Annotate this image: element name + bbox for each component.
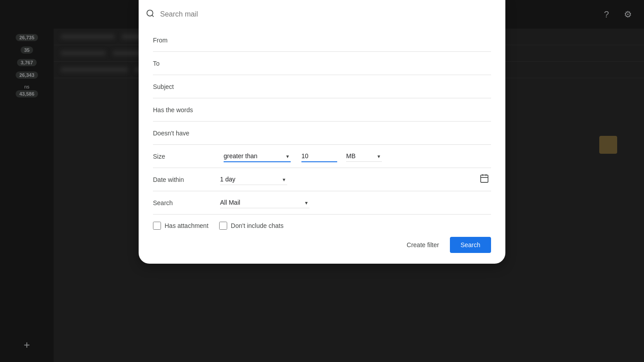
search-in-label: Search (153, 199, 220, 206)
doesnt-have-row: Doesn't have (153, 122, 491, 145)
date-within-row: Date within 1 day 3 days 1 week 2 weeks … (153, 168, 491, 191)
doesnt-have-label: Doesn't have (153, 130, 220, 137)
search-button[interactable]: Search (450, 237, 491, 253)
date-within-wrapper: 1 day 3 days 1 week 2 weeks 1 month 2 mo… (220, 174, 287, 185)
size-value-input[interactable] (301, 151, 337, 162)
subject-row: Subject (153, 75, 491, 98)
subject-label: Subject (153, 83, 220, 90)
dont-include-chats-checkbox[interactable] (219, 222, 227, 230)
svg-rect-2 (481, 175, 488, 183)
dont-include-chats-label[interactable]: Don't include chats (219, 222, 284, 230)
size-operator-wrapper: greater than less than (224, 151, 291, 162)
from-input[interactable] (220, 33, 491, 47)
search-dialog: From To Subject Has the words Doesn't ha… (139, 0, 505, 264)
has-attachment-checkbox[interactable] (153, 222, 161, 230)
size-unit-select[interactable]: MB KB Bytes (346, 151, 382, 162)
create-filter-button[interactable]: Create filter (399, 237, 446, 253)
has-attachment-text: Has attachment (165, 222, 208, 229)
from-label: From (153, 37, 220, 44)
to-input[interactable] (220, 56, 491, 71)
has-words-label: Has the words (153, 106, 220, 114)
search-bar-icon (146, 9, 155, 20)
to-row: To (153, 52, 491, 75)
to-label: To (153, 60, 220, 67)
has-words-input[interactable] (220, 103, 491, 117)
date-within-select[interactable]: 1 day 3 days 1 week 2 weeks 1 month 2 mo… (220, 174, 287, 185)
size-unit-wrapper: MB KB Bytes (346, 151, 382, 162)
date-within-label: Date within (153, 176, 220, 183)
size-row: Size greater than less than MB KB Bytes (153, 145, 491, 168)
has-words-row: Has the words (153, 98, 491, 122)
search-mail-input[interactable] (160, 10, 498, 18)
checkboxes-row: Has attachment Don't include chats (153, 215, 491, 230)
from-row: From (153, 29, 491, 52)
dont-include-chats-text: Don't include chats (231, 222, 284, 229)
svg-line-1 (152, 15, 154, 17)
size-operator-select[interactable]: greater than less than (224, 151, 291, 162)
calendar-icon-button[interactable] (478, 172, 491, 187)
search-bar (139, 0, 505, 29)
search-in-row: Search All Mail Inbox Sent Mail Drafts T… (153, 191, 491, 215)
svg-point-0 (147, 10, 153, 16)
search-in-wrapper: All Mail Inbox Sent Mail Drafts Trash Sp… (220, 197, 309, 208)
actions-row: Create filter Search (153, 230, 491, 253)
search-in-select[interactable]: All Mail Inbox Sent Mail Drafts Trash Sp… (220, 197, 309, 208)
subject-input[interactable] (220, 80, 491, 94)
doesnt-have-input[interactable] (220, 126, 491, 140)
has-attachment-label[interactable]: Has attachment (153, 222, 208, 230)
size-label: Size (153, 153, 220, 160)
search-form: From To Subject Has the words Doesn't ha… (139, 29, 505, 264)
